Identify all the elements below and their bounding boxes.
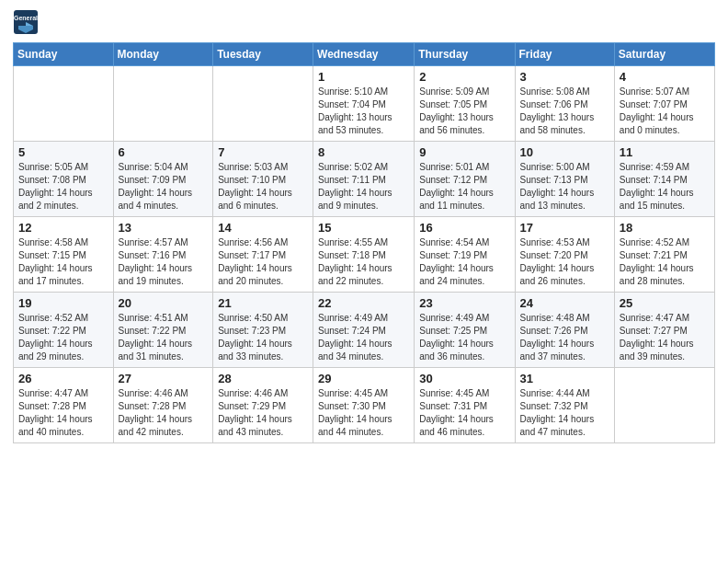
week-row-2: 5Sunrise: 5:05 AMSunset: 7:08 PMDaylight… — [14, 142, 715, 217]
day-info: Sunrise: 5:07 AMSunset: 7:07 PMDaylight:… — [620, 86, 710, 137]
day-cell: 9Sunrise: 5:01 AMSunset: 7:12 PMDaylight… — [415, 142, 515, 217]
page: General SundayMondayTuesdayWednesdayThur… — [0, 0, 728, 456]
day-info: Sunrise: 4:46 AMSunset: 7:29 PMDaylight:… — [218, 387, 308, 439]
day-info: Sunrise: 4:48 AMSunset: 7:26 PMDaylight:… — [520, 312, 609, 363]
week-row-4: 19Sunrise: 4:52 AMSunset: 7:22 PMDayligh… — [14, 293, 715, 368]
day-number: 12 — [18, 221, 108, 235]
day-info: Sunrise: 5:09 AMSunset: 7:05 PMDaylight:… — [419, 86, 509, 137]
day-info: Sunrise: 4:49 AMSunset: 7:25 PMDaylight:… — [419, 312, 509, 363]
day-cell: 20Sunrise: 4:51 AMSunset: 7:22 PMDayligh… — [113, 293, 213, 368]
day-cell: 21Sunrise: 4:50 AMSunset: 7:23 PMDayligh… — [213, 293, 313, 368]
day-cell: 31Sunrise: 4:44 AMSunset: 7:32 PMDayligh… — [515, 368, 614, 443]
day-info: Sunrise: 5:08 AMSunset: 7:06 PMDaylight:… — [520, 86, 609, 137]
day-info: Sunrise: 4:44 AMSunset: 7:32 PMDaylight:… — [520, 387, 609, 439]
day-number: 14 — [218, 221, 308, 235]
day-info: Sunrise: 4:51 AMSunset: 7:22 PMDaylight:… — [119, 312, 209, 363]
day-cell: 7Sunrise: 5:03 AMSunset: 7:10 PMDaylight… — [213, 142, 313, 217]
day-cell: 30Sunrise: 4:45 AMSunset: 7:31 PMDayligh… — [415, 368, 515, 443]
header: General — [13, 9, 715, 35]
day-cell: 22Sunrise: 4:49 AMSunset: 7:24 PMDayligh… — [313, 293, 415, 368]
day-info: Sunrise: 5:02 AMSunset: 7:11 PMDaylight:… — [318, 161, 409, 213]
day-info: Sunrise: 4:55 AMSunset: 7:18 PMDaylight:… — [318, 236, 409, 288]
day-number: 19 — [18, 296, 108, 310]
day-info: Sunrise: 4:52 AMSunset: 7:21 PMDaylight:… — [620, 236, 710, 288]
day-cell: 4Sunrise: 5:07 AMSunset: 7:07 PMDaylight… — [614, 66, 714, 142]
day-cell: 11Sunrise: 4:59 AMSunset: 7:14 PMDayligh… — [614, 142, 714, 217]
day-cell: 25Sunrise: 4:47 AMSunset: 7:27 PMDayligh… — [614, 293, 714, 368]
day-number: 6 — [119, 145, 209, 159]
day-info: Sunrise: 4:53 AMSunset: 7:20 PMDaylight:… — [520, 236, 609, 288]
day-cell: 5Sunrise: 5:05 AMSunset: 7:08 PMDaylight… — [14, 142, 114, 217]
day-number: 3 — [520, 70, 609, 84]
day-info: Sunrise: 5:10 AMSunset: 7:04 PMDaylight:… — [318, 86, 409, 137]
day-cell: 24Sunrise: 4:48 AMSunset: 7:26 PMDayligh… — [515, 293, 614, 368]
day-number: 23 — [419, 296, 509, 310]
day-number: 16 — [419, 221, 509, 235]
day-cell: 13Sunrise: 4:57 AMSunset: 7:16 PMDayligh… — [113, 217, 213, 293]
day-number: 25 — [620, 296, 710, 310]
day-info: Sunrise: 4:47 AMSunset: 7:27 PMDaylight:… — [620, 312, 710, 363]
day-info: Sunrise: 4:57 AMSunset: 7:16 PMDaylight:… — [119, 236, 209, 288]
day-cell: 15Sunrise: 4:55 AMSunset: 7:18 PMDayligh… — [313, 217, 415, 293]
day-cell: 3Sunrise: 5:08 AMSunset: 7:06 PMDaylight… — [515, 66, 614, 142]
day-info: Sunrise: 4:46 AMSunset: 7:28 PMDaylight:… — [119, 387, 209, 439]
weekday-header-monday: Monday — [113, 43, 213, 66]
week-row-1: 1Sunrise: 5:10 AMSunset: 7:04 PMDaylight… — [14, 66, 715, 142]
day-number: 31 — [520, 372, 609, 385]
day-number: 1 — [318, 70, 409, 84]
day-cell: 17Sunrise: 4:53 AMSunset: 7:20 PMDayligh… — [515, 217, 614, 293]
weekday-header-saturday: Saturday — [614, 43, 714, 66]
day-number: 26 — [18, 372, 108, 385]
weekday-header-friday: Friday — [515, 43, 614, 66]
day-number: 29 — [318, 372, 409, 385]
day-cell: 19Sunrise: 4:52 AMSunset: 7:22 PMDayligh… — [14, 293, 114, 368]
day-cell: 29Sunrise: 4:45 AMSunset: 7:30 PMDayligh… — [313, 368, 415, 443]
day-cell: 2Sunrise: 5:09 AMSunset: 7:05 PMDaylight… — [415, 66, 515, 142]
calendar: SundayMondayTuesdayWednesdayThursdayFrid… — [13, 42, 715, 443]
weekday-header-wednesday: Wednesday — [313, 43, 415, 66]
day-number: 22 — [318, 296, 409, 310]
weekday-header-tuesday: Tuesday — [213, 43, 313, 66]
day-info: Sunrise: 5:01 AMSunset: 7:12 PMDaylight:… — [419, 161, 509, 213]
weekday-header-sunday: Sunday — [14, 43, 114, 66]
day-info: Sunrise: 4:58 AMSunset: 7:15 PMDaylight:… — [18, 236, 108, 288]
svg-text:General: General — [14, 15, 38, 21]
day-cell: 1Sunrise: 5:10 AMSunset: 7:04 PMDaylight… — [313, 66, 415, 142]
day-cell — [213, 66, 313, 142]
weekday-header-row: SundayMondayTuesdayWednesdayThursdayFrid… — [14, 43, 715, 66]
day-info: Sunrise: 4:47 AMSunset: 7:28 PMDaylight:… — [18, 387, 108, 439]
day-number: 10 — [520, 145, 609, 159]
day-number: 20 — [119, 296, 209, 310]
day-number: 27 — [119, 372, 209, 385]
day-cell: 27Sunrise: 4:46 AMSunset: 7:28 PMDayligh… — [113, 368, 213, 443]
week-row-3: 12Sunrise: 4:58 AMSunset: 7:15 PMDayligh… — [14, 217, 715, 293]
day-number: 2 — [419, 70, 509, 84]
weekday-header-thursday: Thursday — [415, 43, 515, 66]
logo: General — [13, 9, 40, 35]
day-number: 5 — [18, 145, 108, 159]
day-number: 21 — [218, 296, 308, 310]
day-cell: 26Sunrise: 4:47 AMSunset: 7:28 PMDayligh… — [14, 368, 114, 443]
day-cell: 18Sunrise: 4:52 AMSunset: 7:21 PMDayligh… — [614, 217, 714, 293]
day-number: 30 — [419, 372, 509, 385]
day-cell — [113, 66, 213, 142]
day-info: Sunrise: 4:45 AMSunset: 7:30 PMDaylight:… — [318, 387, 409, 439]
week-row-5: 26Sunrise: 4:47 AMSunset: 7:28 PMDayligh… — [14, 368, 715, 443]
day-number: 4 — [620, 70, 710, 84]
day-cell: 28Sunrise: 4:46 AMSunset: 7:29 PMDayligh… — [213, 368, 313, 443]
day-info: Sunrise: 4:49 AMSunset: 7:24 PMDaylight:… — [318, 312, 409, 363]
day-cell: 6Sunrise: 5:04 AMSunset: 7:09 PMDaylight… — [113, 142, 213, 217]
day-number: 7 — [218, 145, 308, 159]
day-info: Sunrise: 4:50 AMSunset: 7:23 PMDaylight:… — [218, 312, 308, 363]
day-number: 9 — [419, 145, 509, 159]
day-info: Sunrise: 5:04 AMSunset: 7:09 PMDaylight:… — [119, 161, 209, 213]
day-number: 28 — [218, 372, 308, 385]
day-info: Sunrise: 5:05 AMSunset: 7:08 PMDaylight:… — [18, 161, 108, 213]
day-number: 24 — [520, 296, 609, 310]
day-cell — [614, 368, 714, 443]
day-info: Sunrise: 4:56 AMSunset: 7:17 PMDaylight:… — [218, 236, 308, 288]
day-info: Sunrise: 4:45 AMSunset: 7:31 PMDaylight:… — [419, 387, 509, 439]
day-number: 11 — [620, 145, 710, 159]
day-cell: 10Sunrise: 5:00 AMSunset: 7:13 PMDayligh… — [515, 142, 614, 217]
day-info: Sunrise: 4:52 AMSunset: 7:22 PMDaylight:… — [18, 312, 108, 363]
